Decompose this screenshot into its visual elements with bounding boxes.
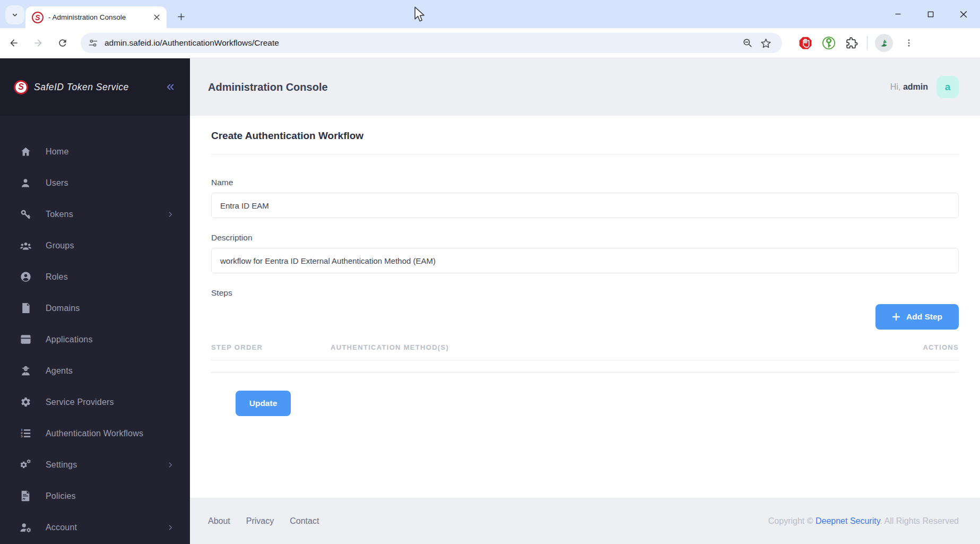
plus-icon — [892, 313, 900, 321]
column-authentication-methods: AUTHENTICATION METHOD(S) — [331, 343, 890, 351]
steps-label: Steps — [211, 288, 959, 298]
keepass-key-icon — [822, 36, 836, 50]
back-icon — [8, 38, 19, 48]
copyright-text: Copyright © Deepnet Security. All Rights… — [768, 516, 959, 526]
browser-tab[interactable]: S - Administration Console — [25, 6, 167, 28]
gears-icon — [20, 459, 32, 470]
sidebar-item-groups[interactable]: Groups — [0, 230, 190, 261]
back-button[interactable] — [3, 32, 24, 54]
puzzle-icon — [846, 37, 858, 49]
url-text[interactable]: admin.safeid.io/AuthenticationWorkflows/… — [105, 38, 739, 48]
tab-search-button[interactable] — [5, 5, 24, 24]
tab-close-button[interactable] — [151, 12, 162, 23]
update-button[interactable]: Update — [236, 391, 291, 416]
address-bar[interactable]: admin.safeid.io/AuthenticationWorkflows/… — [81, 33, 782, 53]
sidebar: S SafeID Token Service Home Users Tokens — [0, 58, 190, 544]
extensions-menu-button[interactable] — [840, 32, 864, 54]
new-tab-button[interactable] — [173, 8, 189, 24]
footer-link-contact[interactable]: Contact — [290, 516, 319, 526]
app-footer: About Privacy Contact Copyright © Deepne… — [190, 498, 980, 544]
app-window: S SafeID Token Service Home Users Tokens — [0, 58, 980, 544]
password-manager-extension-button[interactable] — [817, 32, 840, 54]
sidebar-item-tokens[interactable]: Tokens — [0, 198, 190, 230]
extensions-area — [794, 32, 921, 54]
bookmark-button[interactable] — [757, 34, 775, 52]
sidebar-item-service-providers[interactable]: Service Providers — [0, 386, 190, 418]
reload-button[interactable] — [52, 32, 73, 54]
svg-text:3: 3 — [21, 434, 23, 438]
star-icon — [760, 38, 771, 49]
footer-link-about[interactable]: About — [208, 516, 230, 526]
reload-icon — [57, 38, 68, 48]
safeid-logo: S — [14, 80, 28, 94]
tab-title: - Administration Console — [48, 13, 151, 21]
sidebar-item-authentication-workflows[interactable]: 123 Authentication Workflows — [0, 418, 190, 449]
add-step-button[interactable]: Add Step — [875, 304, 959, 330]
description-label: Description — [211, 233, 959, 243]
empty-table-row — [211, 360, 959, 373]
description-input[interactable] — [211, 248, 959, 273]
forward-icon — [33, 38, 44, 48]
user-avatar[interactable]: a — [936, 76, 959, 98]
sidebar-item-agents[interactable]: Agents — [0, 355, 190, 386]
safeid-favicon: S — [32, 12, 44, 23]
user-icon — [20, 178, 31, 188]
column-actions: ACTIONS — [890, 343, 959, 351]
main-area: Administration Console Hi, admin a Creat… — [190, 58, 980, 544]
minimize-icon — [894, 10, 902, 18]
browser-profile-button[interactable] — [875, 34, 893, 52]
steps-table-header: STEP ORDER AUTHENTICATION METHOD(S) ACTI… — [211, 343, 959, 360]
sidebar-item-settings[interactable]: Settings — [0, 449, 190, 480]
user-gear-icon — [20, 522, 32, 533]
browser-menu-button[interactable] — [897, 32, 921, 54]
close-icon — [153, 14, 160, 21]
stop-hand-icon — [799, 36, 812, 50]
window-icon — [20, 334, 31, 344]
gear-icon — [20, 396, 31, 408]
chevron-right-icon — [167, 524, 174, 531]
sidebar-item-applications[interactable]: Applications — [0, 324, 190, 355]
copyright-company-link[interactable]: Deepnet Security — [816, 516, 880, 525]
workflow-form: Name Description Steps Add Step STEP ORD… — [211, 178, 959, 416]
brand-name: SafeID Token Service — [34, 82, 164, 93]
forward-button[interactable] — [28, 32, 49, 54]
username: admin — [903, 82, 928, 91]
chevron-right-icon — [167, 211, 174, 218]
app-header: Administration Console Hi, admin a — [190, 58, 980, 116]
page-title: Create Authentication Workflow — [211, 116, 959, 154]
minimize-button[interactable] — [881, 0, 914, 28]
sidebar-nav: Home Users Tokens Groups Roles — [0, 116, 190, 543]
name-input[interactable] — [211, 193, 959, 218]
browser-titlebar: S - Administration Console — [0, 0, 980, 28]
sidebar-collapse-icon[interactable] — [164, 82, 176, 92]
sidebar-header: S SafeID Token Service — [0, 58, 190, 116]
chevron-right-icon — [167, 461, 174, 469]
app-title: Administration Console — [208, 81, 890, 93]
sidebar-item-policies[interactable]: Policies — [0, 480, 190, 512]
zoom-out-button[interactable] — [739, 34, 757, 52]
kebab-menu-icon — [904, 38, 914, 48]
maximize-button[interactable] — [914, 0, 947, 28]
mouse-cursor — [413, 6, 426, 22]
key-icon — [20, 209, 31, 220]
users-icon — [20, 240, 32, 251]
sidebar-item-users[interactable]: Users — [0, 167, 190, 198]
close-window-button[interactable] — [947, 0, 980, 28]
user-circle-icon — [20, 271, 31, 282]
browser-toolbar: admin.safeid.io/AuthenticationWorkflows/… — [0, 28, 980, 58]
sidebar-item-home[interactable]: Home — [0, 136, 190, 167]
user-greeting: Hi, admin — [890, 82, 928, 92]
name-label: Name — [211, 178, 959, 187]
footer-link-privacy[interactable]: Privacy — [246, 516, 274, 526]
footer-links: About Privacy Contact — [208, 516, 768, 526]
site-settings-icon[interactable] — [88, 38, 98, 48]
maximize-icon — [927, 11, 934, 18]
sidebar-item-account[interactable]: Account — [0, 512, 190, 543]
sidebar-item-roles[interactable]: Roles — [0, 261, 190, 292]
agent-icon — [20, 365, 31, 376]
plus-icon — [177, 13, 185, 21]
domain-file-icon — [21, 303, 31, 314]
sidebar-item-domains[interactable]: Domains — [0, 292, 190, 324]
adblock-extension-button[interactable] — [794, 32, 817, 54]
profile-plant-icon — [878, 37, 890, 49]
